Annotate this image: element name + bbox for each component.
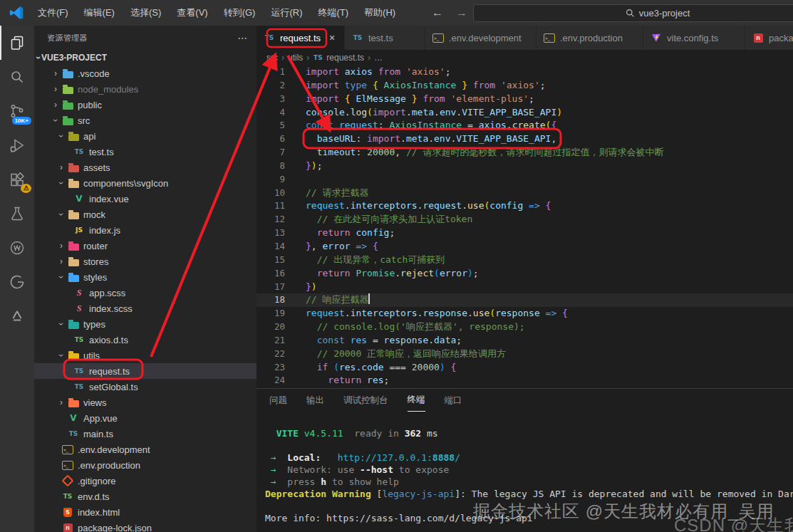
tree-item-label: App.vue	[83, 413, 118, 424]
tab-test.ts[interactable]: TStest.ts	[345, 26, 425, 50]
tree-item-main.ts[interactable]: TSmain.ts	[34, 426, 256, 442]
code-line-text: timeout: 20000, // 请求超时的毫秒数，请求时间超过指定值，则请…	[306, 146, 663, 160]
terminal-line: Deprecation Warning [legacy-js-api]: The…	[265, 488, 793, 500]
terminal-output[interactable]: VITE v4.5.11 ready in 362 ms → Local: ht…	[265, 427, 793, 532]
tree-item-request.ts[interactable]: TSrequest.ts	[34, 363, 256, 379]
menu-item-选择[interactable]: 选择(S)	[123, 4, 169, 22]
code-line-20: 20 // console.log('响应拦截器', response);	[256, 320, 793, 334]
menu-item-查看[interactable]: 查看(V)	[169, 4, 215, 22]
activity-run-and-debug-icon[interactable]	[0, 128, 34, 162]
code-line-10: 10// 请求拦截器	[256, 187, 793, 200]
nav-back-button[interactable]: ←	[432, 6, 443, 19]
code-line-7: 7 timeout: 20000, // 请求超时的毫秒数，请求时间超过指定值，…	[256, 146, 793, 160]
line-number: 22	[256, 348, 285, 361]
project-root-row[interactable]: › VUE3-PROJECT	[34, 50, 256, 66]
tree-item-env.d.ts[interactable]: TSenv.d.ts	[34, 489, 256, 504]
tree-item-types[interactable]: ›types	[34, 316, 256, 332]
code-line-4: 4console.log(import.meta.env.VITE_APP_BA…	[256, 106, 793, 120]
search-icon	[626, 9, 635, 18]
tree-item-.env.development[interactable]: >_.env.development	[34, 442, 256, 457]
tree-item-node_modules[interactable]: ›node_modules	[34, 81, 256, 97]
tree-item-index.vue[interactable]: Vindex.vue	[34, 191, 256, 207]
tree-item-assets[interactable]: ›assets	[34, 160, 256, 175]
tree-item-public[interactable]: ›public	[34, 97, 256, 113]
command-search-box[interactable]: vue3-project	[473, 4, 793, 22]
line-number: 24	[256, 374, 285, 387]
breadcrumb-segment[interactable]: utils	[288, 53, 303, 63]
panel-tab-端口[interactable]: 端口	[445, 389, 462, 412]
tree-item-label: stores	[83, 256, 108, 267]
tree-item-package-lock.json[interactable]: npackage-lock.json	[34, 520, 256, 532]
tree-item-axios.d.ts[interactable]: TSaxios.d.ts	[34, 332, 256, 348]
tree-item-stores[interactable]: ›stores	[34, 254, 256, 269]
panel-tab-终端[interactable]: 终端	[408, 389, 425, 412]
tree-item-utils[interactable]: ›utils	[34, 348, 256, 363]
file-icon-folder	[61, 100, 74, 110]
tab-package.json[interactable]: npackage.json	[745, 26, 793, 50]
terminal-line: More info: https://sass-lang.com/d/legac…	[265, 512, 793, 524]
menu-item-转到[interactable]: 转到(G)	[216, 4, 264, 22]
tree-item-index.js[interactable]: JSindex.js	[34, 222, 256, 238]
tree-item-components\svgIcon[interactable]: ›components\svgIcon	[34, 175, 256, 191]
line-number: 9	[256, 173, 285, 187]
file-icon-folder	[67, 273, 80, 282]
activity-extensions-icon[interactable]: ⚠	[0, 162, 34, 197]
nav-forward-button[interactable]: →	[456, 6, 467, 19]
tree-item-router[interactable]: ›router	[34, 238, 256, 254]
tree-item-label: env.d.ts	[78, 491, 110, 502]
terminal-line	[265, 500, 793, 512]
tree-item-mock[interactable]: ›mock	[34, 207, 256, 222]
breadcrumb-segment[interactable]: request.ts	[326, 53, 364, 63]
typescript-icon: TS	[75, 149, 84, 155]
tab-request.ts[interactable]: TSrequest.ts×	[256, 26, 345, 50]
tree-item-index.html[interactable]: 5index.html	[34, 504, 256, 520]
code-line-text: import { ElMessage } from 'element-plus'…	[306, 93, 534, 106]
tab-.env.development[interactable]: >_.env.development	[425, 26, 537, 50]
typescript-icon: TS	[265, 35, 274, 41]
chevron-right-icon: ›	[56, 241, 67, 251]
panel-tab-输出[interactable]: 输出	[306, 389, 324, 412]
tree-item-.gitignore[interactable]: .gitignore	[34, 473, 256, 489]
activity-explorer-icon[interactable]	[0, 26, 34, 60]
activity-testing-icon[interactable]	[0, 197, 34, 231]
code-line-text: // 响应拦截器	[306, 293, 370, 307]
activity-search-icon[interactable]	[0, 60, 34, 94]
menu-item-文件[interactable]: 文件(F)	[30, 4, 76, 22]
env-file-icon: >_	[62, 461, 73, 470]
more-actions-icon[interactable]: ⋯	[238, 32, 248, 43]
menu-item-终端[interactable]: 终端(T)	[310, 4, 356, 22]
tree-item-index.scss[interactable]: Sindex.scss	[34, 301, 256, 316]
tree-item-src[interactable]: ›src	[34, 113, 256, 128]
tree-item-label: test.ts	[89, 147, 114, 157]
breadcrumb[interactable]: src›utils›TSrequest.ts›…	[256, 50, 793, 66]
file-icon-ts: TS	[313, 55, 323, 61]
menu-item-编辑[interactable]: 编辑(E)	[76, 4, 123, 22]
activity-source-control-icon[interactable]: 10K+	[0, 94, 34, 128]
panel-tab-调试控制台[interactable]: 调试控制台	[343, 389, 388, 412]
line-number: 4	[256, 106, 285, 120]
tree-item-.vscode[interactable]: ›.vscode	[34, 66, 256, 81]
tree-item-api[interactable]: ›api	[34, 128, 256, 144]
tree-item-styles[interactable]: ›styles	[34, 269, 256, 285]
menu-item-运行[interactable]: 运行(R)	[263, 4, 310, 22]
activity-extension-circle-w-icon[interactable]	[0, 231, 34, 265]
tree-item-app.scss[interactable]: Sapp.scss	[34, 285, 256, 301]
tree-item-views[interactable]: ›views	[34, 395, 256, 410]
tree-item-test.ts[interactable]: TStest.ts	[34, 144, 256, 160]
tree-item-.env.production[interactable]: >_.env.production	[34, 457, 256, 473]
tab-vite.config.ts[interactable]: vite.config.ts	[643, 26, 745, 50]
line-number: 16	[256, 267, 285, 281]
tab-close-icon[interactable]: ×	[329, 32, 335, 43]
breadcrumb-segment[interactable]: …	[374, 53, 383, 63]
tab-.env.production[interactable]: >_.env.production	[537, 26, 643, 50]
activity-extension-knot-icon[interactable]	[0, 299, 34, 333]
tree-item-setGlobal.ts[interactable]: TSsetGlobal.ts	[34, 379, 256, 395]
tree-item-App.vue[interactable]: VApp.vue	[34, 410, 256, 426]
menu-item-帮助[interactable]: 帮助(H)	[356, 4, 403, 22]
activity-extension-arc-icon[interactable]	[0, 265, 34, 299]
code-editor[interactable]: 1import axios from 'axios';2import type …	[256, 66, 793, 388]
breadcrumb-segment[interactable]: src	[266, 53, 278, 63]
line-number: 6	[256, 132, 285, 146]
file-icon-folder	[67, 351, 80, 360]
panel-tab-问题[interactable]: 问题	[269, 389, 287, 412]
